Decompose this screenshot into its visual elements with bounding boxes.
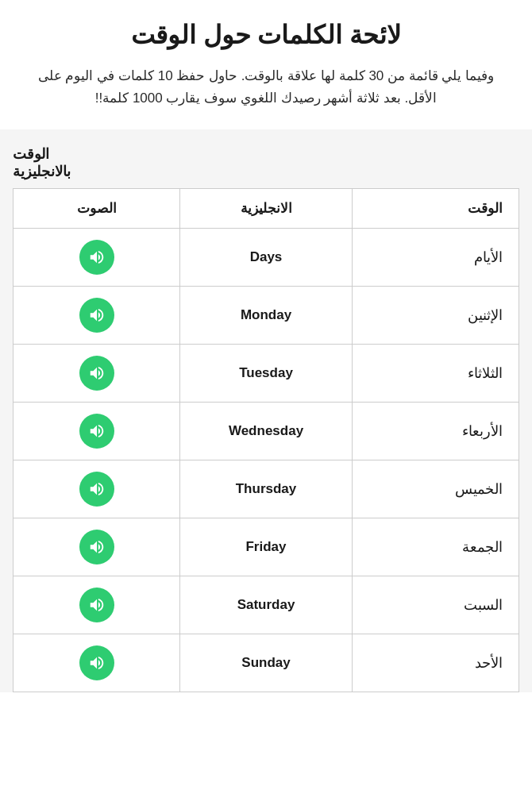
col-header-time: الوقت [352, 189, 519, 229]
page-description: وفيما يلي قائمة من 30 كلمة لها علاقة بال… [16, 65, 516, 111]
english-word: Tuesday [180, 345, 353, 403]
arabic-word: الجمعة [352, 518, 519, 576]
arabic-word: السبت [352, 576, 519, 634]
table-row: الإثنينMonday [13, 287, 519, 345]
audio-button[interactable] [79, 414, 114, 449]
audio-button[interactable] [79, 530, 114, 564]
audio-cell [13, 518, 180, 576]
table-row: الجمعةFriday [13, 518, 519, 576]
table-header: الوقت الانجليزية الصوت [13, 189, 519, 229]
table-row: الأربعاءWednesday [13, 403, 519, 460]
english-word: Thursday [180, 460, 353, 518]
table-row: السبتSaturday [13, 576, 519, 634]
audio-button[interactable] [79, 472, 114, 507]
english-word: Saturday [180, 576, 353, 634]
page-title: لائحة الكلمات حول الوقت [16, 19, 516, 52]
audio-button[interactable] [79, 588, 114, 622]
english-word: Sunday [180, 634, 353, 692]
col-header-english: الانجليزية [180, 189, 353, 229]
english-word: Wednesday [180, 403, 353, 460]
table-row: الخميسThursday [13, 460, 519, 518]
arabic-word: الأيام [352, 229, 519, 287]
arabic-word: الأربعاء [352, 403, 519, 460]
header: لائحة الكلمات حول الوقت وفيما يلي قائمة … [0, 0, 532, 126]
arabic-word: الخميس [352, 460, 519, 518]
audio-cell [13, 460, 180, 518]
audio-cell [13, 287, 180, 345]
audio-button[interactable] [79, 240, 114, 275]
audio-cell [13, 345, 180, 403]
english-word: Friday [180, 518, 353, 576]
table-container: الوقتبالانجليزية الوقت الانجليزية الصوت … [0, 129, 532, 692]
arabic-word: الأحد [352, 634, 519, 692]
section-label: الوقتبالانجليزية [13, 145, 519, 180]
audio-cell [13, 403, 180, 460]
vocabulary-table: الوقت الانجليزية الصوت الأيامDays الإثني… [13, 188, 519, 692]
audio-button[interactable] [79, 356, 114, 391]
table-row: الثلاثاءTuesday [13, 345, 519, 403]
table-row: الأحدSunday [13, 634, 519, 692]
english-word: Monday [180, 287, 353, 345]
table-row: الأيامDays [13, 229, 519, 287]
audio-button[interactable] [79, 298, 114, 333]
english-word: Days [180, 229, 353, 287]
audio-button[interactable] [79, 645, 114, 680]
col-header-audio: الصوت [13, 189, 180, 229]
audio-cell [13, 576, 180, 634]
arabic-word: الثلاثاء [352, 345, 519, 403]
arabic-word: الإثنين [352, 287, 519, 345]
audio-cell [13, 634, 180, 692]
audio-cell [13, 229, 180, 287]
